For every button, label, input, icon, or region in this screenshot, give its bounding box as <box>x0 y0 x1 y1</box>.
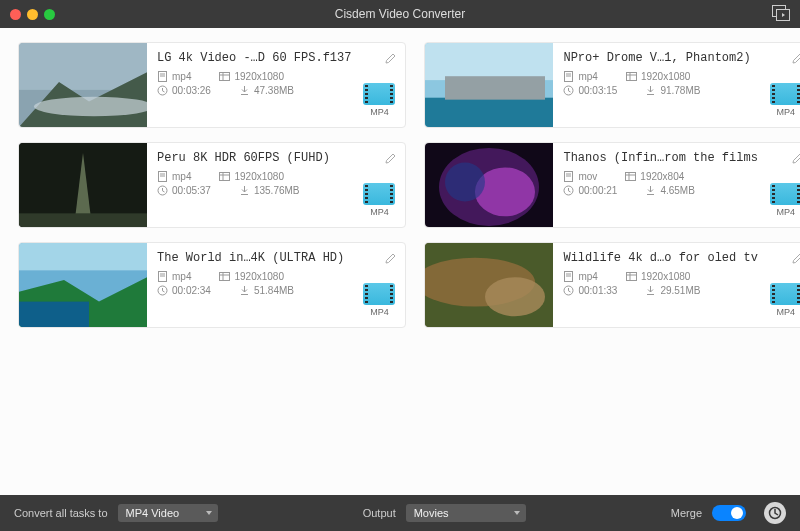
download-icon <box>239 185 250 196</box>
video-title: The World in…4K (ULTRA HD) <box>157 251 351 265</box>
format-chip-icon <box>770 283 800 305</box>
titlebar: Cisdem Video Converter <box>0 0 800 28</box>
zoom-window-button[interactable] <box>44 9 55 20</box>
video-title: Wildlife 4k d…o for oled tv <box>563 251 757 265</box>
file-icon <box>563 71 574 82</box>
output-format-label: MP4 <box>370 207 389 217</box>
video-info: Thanos (Infin…rom the films mov 1920x804… <box>553 143 763 227</box>
clock-icon <box>563 285 574 296</box>
file-icon <box>563 271 574 282</box>
output-format-button[interactable]: MP4 <box>768 83 800 117</box>
video-title: NPro+ Drome V…1, Phantom2) <box>563 51 757 65</box>
video-card[interactable]: The World in…4K (ULTRA HD) mp4 1920x1080… <box>18 242 406 328</box>
download-icon <box>645 185 656 196</box>
video-thumbnail[interactable] <box>19 43 147 127</box>
video-size: 4.65MB <box>645 185 694 196</box>
file-icon <box>157 171 168 182</box>
video-card[interactable]: LG 4k Video -…D 60 FPS.f137 mp4 1920x108… <box>18 42 406 128</box>
output-format-button[interactable]: MP4 <box>361 283 397 317</box>
convert-button[interactable] <box>764 502 786 524</box>
svg-rect-18 <box>445 76 545 99</box>
video-size: 29.51MB <box>645 285 700 296</box>
edit-icon[interactable] <box>384 51 397 69</box>
output-format-label: MP4 <box>777 207 796 217</box>
clock-icon <box>157 185 168 196</box>
resolution-icon <box>626 271 637 282</box>
download-icon <box>645 85 656 96</box>
svg-rect-10 <box>220 73 230 81</box>
svg-rect-54 <box>19 302 89 327</box>
svg-rect-46 <box>626 173 636 181</box>
media-library-icon[interactable] <box>772 5 790 25</box>
video-resolution: 1920x1080 <box>219 271 284 282</box>
main-content: LG 4k Video -…D 60 FPS.f137 mp4 1920x108… <box>0 28 800 495</box>
edit-icon[interactable] <box>384 151 397 169</box>
output-format-button[interactable]: MP4 <box>768 183 800 217</box>
svg-rect-30 <box>19 213 147 227</box>
edit-icon[interactable] <box>791 151 800 169</box>
video-grid: LG 4k Video -…D 60 FPS.f137 mp4 1920x108… <box>18 42 782 328</box>
video-duration: 00:05:37 <box>157 185 211 196</box>
svg-rect-17 <box>425 98 553 127</box>
svg-rect-34 <box>220 173 230 181</box>
video-info: Wildlife 4k d…o for oled tv mp4 1920x108… <box>553 243 763 327</box>
output-format-label: MP4 <box>777 307 796 317</box>
download-icon <box>645 285 656 296</box>
output-folder-select[interactable]: Movies <box>406 504 526 522</box>
format-chip-icon <box>770 83 800 105</box>
video-thumbnail[interactable] <box>425 243 553 327</box>
video-duration: 00:02:34 <box>157 285 211 296</box>
clock-icon <box>157 285 168 296</box>
merge-label: Merge <box>671 507 702 519</box>
output-format-button[interactable]: MP4 <box>361 83 397 117</box>
edit-icon[interactable] <box>791 251 800 269</box>
video-format: mp4 <box>157 271 191 282</box>
format-chip-icon <box>363 83 395 105</box>
resolution-icon <box>219 171 230 182</box>
video-card[interactable]: Wildlife 4k d…o for oled tv mp4 1920x108… <box>424 242 800 328</box>
video-card[interactable]: NPro+ Drome V…1, Phantom2) mp4 1920x1080… <box>424 42 800 128</box>
format-chip-icon <box>770 183 800 205</box>
video-format: mov <box>563 171 597 182</box>
video-thumbnail[interactable] <box>19 143 147 227</box>
video-size: 47.38MB <box>239 85 294 96</box>
clock-icon <box>563 85 574 96</box>
edit-icon[interactable] <box>384 251 397 269</box>
file-icon <box>157 271 168 282</box>
download-icon <box>239 85 250 96</box>
convert-all-label: Convert all tasks to <box>14 507 108 519</box>
video-info: Peru 8K HDR 60FPS (FUHD) mp4 1920x1080 0… <box>147 143 357 227</box>
minimize-window-button[interactable] <box>27 9 38 20</box>
svg-rect-70 <box>626 273 636 281</box>
video-card[interactable]: Thanos (Infin…rom the films mov 1920x804… <box>424 142 800 228</box>
resolution-icon <box>625 171 636 182</box>
video-size: 91.78MB <box>645 85 700 96</box>
merge-toggle[interactable] <box>712 505 746 521</box>
clock-icon <box>563 185 574 196</box>
output-format-button[interactable]: MP4 <box>361 183 397 217</box>
output-label: Output <box>363 507 396 519</box>
svg-point-66 <box>485 277 545 316</box>
app-title: Cisdem Video Converter <box>0 7 800 21</box>
svg-point-42 <box>445 163 485 202</box>
svg-rect-58 <box>220 273 230 281</box>
format-chip-icon <box>363 183 395 205</box>
output-format-button[interactable]: MP4 <box>768 283 800 317</box>
video-thumbnail[interactable] <box>19 243 147 327</box>
convert-format-select[interactable]: MP4 Video <box>118 504 218 522</box>
video-resolution: 1920x804 <box>625 171 684 182</box>
format-chip-icon <box>363 283 395 305</box>
video-thumbnail[interactable] <box>425 143 553 227</box>
video-info: NPro+ Drome V…1, Phantom2) mp4 1920x1080… <box>553 43 763 127</box>
video-format: mp4 <box>563 71 597 82</box>
video-card[interactable]: Peru 8K HDR 60FPS (FUHD) mp4 1920x1080 0… <box>18 142 406 228</box>
file-icon <box>157 71 168 82</box>
video-resolution: 1920x1080 <box>219 71 284 82</box>
edit-icon[interactable] <box>791 51 800 69</box>
close-window-button[interactable] <box>10 9 21 20</box>
video-thumbnail[interactable] <box>425 43 553 127</box>
video-duration: 00:03:26 <box>157 85 211 96</box>
video-size: 135.76MB <box>239 185 300 196</box>
output-format-label: MP4 <box>370 107 389 117</box>
video-info: LG 4k Video -…D 60 FPS.f137 mp4 1920x108… <box>147 43 357 127</box>
